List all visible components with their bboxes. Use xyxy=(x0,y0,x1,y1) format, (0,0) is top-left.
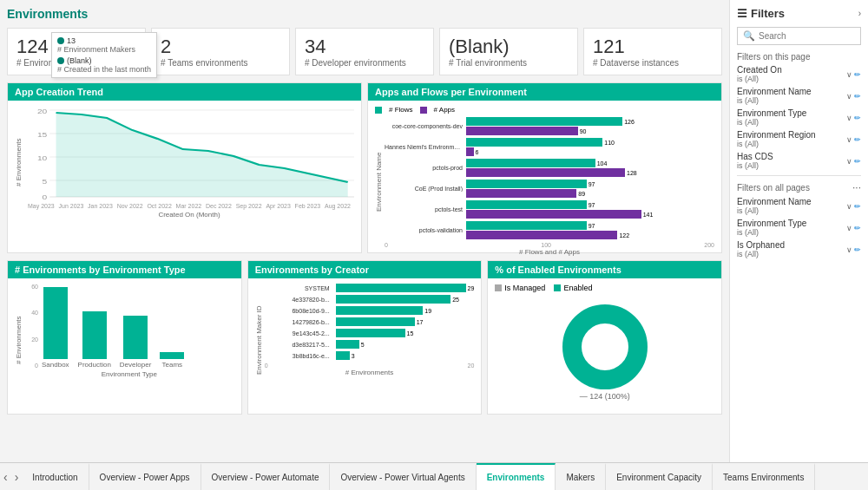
flows-bar-4 xyxy=(466,180,587,188)
filter-all-env-type: Environment Type is (All) ∨ ✏ xyxy=(737,219,861,237)
kpi-environments-tooltip: 13 # Environment Makers (Blank) # Create… xyxy=(51,32,157,78)
pct-enabled-title: % of Enabled Environments xyxy=(488,261,721,278)
filters-title: ☰ Filters xyxy=(737,7,785,20)
filter-created-on-edit[interactable]: ✏ xyxy=(854,70,861,79)
svg-text:20: 20 xyxy=(37,108,48,115)
page-title: Environments xyxy=(7,7,722,21)
filter-divider xyxy=(737,175,861,176)
filter-has-cds: Has CDS is (All) ∨ ✏ xyxy=(737,152,861,170)
tab-prev-button[interactable]: ‹ xyxy=(0,463,11,490)
filter-env-type-chevron[interactable]: ∨ xyxy=(846,114,852,122)
bar-row-2: Hannes Niemi's Environment 110 6 xyxy=(385,138,714,156)
line-chart-svg: 20 15 10 5 0 xyxy=(24,106,354,201)
filter-all-orphaned-chevron[interactable]: ∨ xyxy=(846,245,852,254)
env-by-creator-title: Environments by Creator xyxy=(248,261,482,278)
kpi-environments: 124 # Environments 13 # Environment Make… xyxy=(7,28,146,75)
kpi-trial: (Blank) # Trial environments xyxy=(439,28,578,75)
filter-env-type: Environment Type is (All) ∨ ✏ xyxy=(737,108,861,127)
kpi-teams: 2 # Teams environments xyxy=(151,28,290,75)
flows-legend-label: # Flows xyxy=(389,106,413,114)
svg-text:10: 10 xyxy=(37,155,48,162)
apps-flows-card: Apps and Flows per Environment # Flows #… xyxy=(367,82,722,253)
flows-bar-6 xyxy=(466,221,587,230)
flows-legend-icon xyxy=(375,107,382,114)
filter-created-on-chevron[interactable]: ∨ xyxy=(846,70,852,79)
svg-point-11 xyxy=(572,314,638,380)
filter-created-on: Created On is (All) ∨ ✏ xyxy=(737,65,861,83)
filters-on-page-title: Filters on this page xyxy=(737,52,861,62)
enabled-label: Enabled xyxy=(563,284,592,292)
bar-row-1: coe-core-components-dev 126 90 xyxy=(385,117,714,135)
filter-all-env-name-edit[interactable]: ✏ xyxy=(854,202,861,211)
vbar-developer: Developer xyxy=(120,316,151,369)
filters-panel: ☰ Filters › 🔍 Filters on this page Creat… xyxy=(729,0,868,462)
filters-all-pages-title: Filters on all pages xyxy=(737,183,810,193)
enabled-dot xyxy=(554,284,561,291)
creator-y-label: Environment Maker ID xyxy=(255,284,263,396)
apps-bar-6 xyxy=(466,231,617,239)
apps-flows-x-label: # Flows and # Apps xyxy=(385,248,714,256)
filter-icon: ☰ xyxy=(737,7,747,20)
tab-makers[interactable]: Makers xyxy=(556,463,606,490)
kpi-developer-value: 34 xyxy=(305,36,424,58)
kpi-dataverse-label: # Dataverse instances xyxy=(593,58,713,68)
vbar-sandbox: Sandbox xyxy=(42,287,69,369)
dashboard: Environments 124 # Environments 13 # Env… xyxy=(0,0,729,462)
tab-overview-power-apps[interactable]: Overview - Power Apps xyxy=(89,463,201,490)
search-icon: 🔍 xyxy=(743,30,755,42)
tooltip-val2: (Blank) xyxy=(67,56,92,65)
filter-env-name-edit[interactable]: ✏ xyxy=(854,92,861,101)
apps-bar-2 xyxy=(466,147,474,156)
tab-introduction[interactable]: Introduction xyxy=(22,463,89,490)
filter-env-region-edit[interactable]: ✏ xyxy=(854,135,861,144)
svg-text:5: 5 xyxy=(43,179,48,186)
filter-env-name-chevron[interactable]: ∨ xyxy=(846,92,852,101)
kpi-trial-label: # Trial environments xyxy=(449,58,569,68)
filter-all-env-type-chevron[interactable]: ∨ xyxy=(846,224,852,232)
donut-label: — 124 (100%) xyxy=(580,392,630,401)
filters-all-pages-header: Filters on all pages ··· xyxy=(737,181,861,193)
tab-environment-capacity[interactable]: Environment Capacity xyxy=(606,463,713,490)
bottom-row: # Environments by Environment Type # Env… xyxy=(7,260,722,415)
svg-text:15: 15 xyxy=(37,132,48,139)
filter-all-env-name-chevron[interactable]: ∨ xyxy=(846,202,852,211)
bar-row-6: pctols-validation 97 122 xyxy=(385,221,714,239)
hbar-y-label: Environment Name xyxy=(375,117,383,247)
tab-teams-environments[interactable]: Teams Environments xyxy=(713,463,815,490)
filters-search-input[interactable] xyxy=(759,31,855,41)
middle-chart-row: App Creation Trend # Environments xyxy=(7,82,722,253)
apps-bar-1 xyxy=(466,127,578,135)
tab-environments[interactable]: Environments xyxy=(477,463,556,490)
tooltip-label1: # Environment Makers xyxy=(57,45,151,54)
filter-all-orphaned: Is Orphaned is (All) ∨ ✏ xyxy=(737,240,861,258)
kpi-dataverse: 121 # Dataverse instances xyxy=(583,28,722,75)
filter-has-cds-chevron[interactable]: ∨ xyxy=(846,157,852,166)
pct-enabled-card: % of Enabled Environments Is Managed Ena… xyxy=(487,260,722,415)
vbar-production: Production xyxy=(78,311,111,369)
filters-header: ☰ Filters › xyxy=(737,7,861,20)
apps-bar-4 xyxy=(466,189,576,198)
filter-env-region-chevron[interactable]: ∨ xyxy=(846,135,852,144)
kpi-row: 124 # Environments 13 # Environment Make… xyxy=(7,28,722,75)
filters-collapse-button[interactable]: › xyxy=(858,9,861,18)
tooltip-val1: 13 xyxy=(67,36,76,45)
filter-env-name: Environment Name is (All) ∨ ✏ xyxy=(737,87,861,105)
app-creation-trend-card: App Creation Trend # Environments xyxy=(7,82,362,253)
bar-row-5: pctols-test 97 141 xyxy=(385,200,714,219)
tab-overview-power-virtual-agents[interactable]: Overview - Power Virtual Agents xyxy=(330,463,476,490)
line-chart-x-label: Created On (Month) xyxy=(24,211,354,219)
kpi-dataverse-value: 121 xyxy=(593,36,713,58)
filter-all-pages-menu[interactable]: ··· xyxy=(852,181,861,193)
filter-all-env-type-edit[interactable]: ✏ xyxy=(854,224,861,232)
tab-overview-power-automate[interactable]: Overview - Power Automate xyxy=(201,463,331,490)
filter-has-cds-edit[interactable]: ✏ xyxy=(854,157,861,166)
filter-env-type-edit[interactable]: ✏ xyxy=(854,114,861,122)
env-by-type-title: # Environments by Environment Type xyxy=(8,261,241,278)
apps-flows-legend: # Flows # Apps xyxy=(375,106,714,114)
tab-next-button[interactable]: › xyxy=(11,463,23,490)
filter-all-orphaned-edit[interactable]: ✏ xyxy=(854,245,861,254)
filter-all-env-name: Environment Name is (All) ∨ ✏ xyxy=(737,197,861,215)
flows-bar-5 xyxy=(466,200,587,209)
filters-search-box[interactable]: 🔍 xyxy=(737,27,861,45)
app-creation-trend-title: App Creation Trend xyxy=(8,83,361,101)
